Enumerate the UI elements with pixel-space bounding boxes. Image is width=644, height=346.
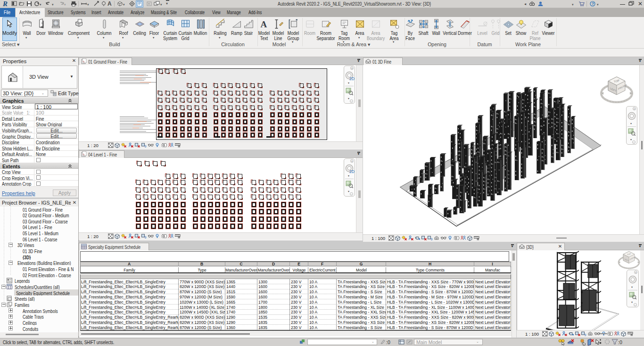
svg-text:A: A — [260, 19, 267, 29]
svg-text:9: 9 — [431, 238, 433, 241]
svg-text:9: 9 — [145, 145, 147, 148]
svg-text:9: 9 — [585, 333, 586, 337]
svg-text:?: ? — [592, 1, 594, 6]
svg-text:9: 9 — [145, 236, 147, 239]
